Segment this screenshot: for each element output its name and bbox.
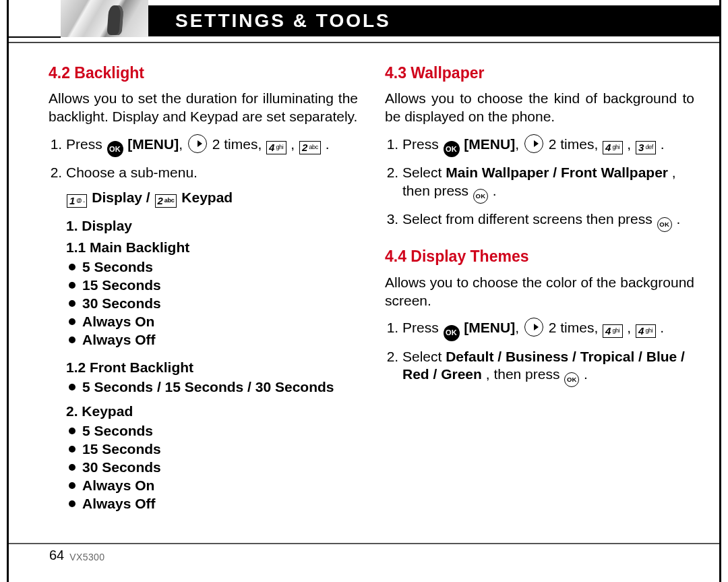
step-text: 2 times, [549,320,602,335]
keypad-2-icon: 2abc [155,194,177,208]
step-text: , then press [486,366,564,382]
menu-label: [MENU] [464,320,515,335]
section-head-wallpaper: 4.3 Wallpaper [385,63,694,83]
wallpaper-step-2: Select Main Wallpaper / Front Wallpaper … [402,164,694,204]
menu-label: [MENU] [464,136,515,152]
opt: 5 Seconds [66,422,358,440]
backlight-intro: Allows you to set the duration for illum… [49,90,358,126]
left-column: 4.2 Backlight Allows you to set the dura… [49,59,358,528]
keypad-options: 5 Seconds 15 Seconds 30 Seconds Always O… [66,422,358,513]
header: SETTINGS & TOOLS [0,0,728,46]
section-head-themes: 4.4 Display Themes [385,247,694,266]
step-text: Press [402,136,443,152]
front-backlight-head: 1.2 Front Backlight [66,359,358,377]
opt: 30 Seconds [66,295,358,313]
keypad-1-icon: 1@ . [67,194,87,208]
main-backlight-options: 5 Seconds 15 Seconds 30 Seconds Always O… [66,258,358,349]
step-text: Select from different screens then press [402,211,657,227]
keypad-4-icon: 4ghi [603,324,622,338]
wallpaper-steps: Press OK [MENU], 2 times, 4ghi , 3def . … [385,134,694,232]
keypad-head: 2. Keypad [66,403,358,421]
ok-icon: OK [657,217,672,232]
opt: Always On [66,477,358,495]
themes-steps: Press OK [MENU], 2 times, 4ghi , 4ghi . … [385,318,694,387]
submenu-text: Display / [92,190,154,205]
section-head-backlight: 4.2 Backlight [49,63,358,83]
menu-label: [MENU] [127,136,179,152]
backlight-step-1: Press OK [MENU], 2 times, 4ghi , 2abc . [66,134,358,157]
step-text: 2 times, [549,136,602,152]
step-text: 2 times, [212,136,266,152]
ok-icon: OK [564,372,579,387]
opt: 5 Seconds / 15 Seconds / 30 Seconds [66,378,358,397]
keypad-2-icon: 2abc [299,141,321,154]
header-photo [61,0,148,37]
display-sublist: 1. Display 1.1 Main Backlight 5 Seconds … [66,217,358,513]
right-column: 4.3 Wallpaper Allows you to choose the k… [385,59,694,528]
keypad-4-icon: 4ghi [266,141,286,154]
ok-icon: OK [444,141,460,157]
step-bold: Main Wallpaper / Front Wallpaper [446,165,668,180]
page-frame-left [7,0,9,582]
ok-icon: OK [473,189,488,204]
opt: 5 Seconds [66,258,358,277]
submenu-text: Keypad [181,190,233,205]
step-text: Press [402,320,443,335]
nav-right-icon [524,134,543,153]
header-rule-short [9,36,61,38]
themes-step-1: Press OK [MENU], 2 times, 4ghi , 4ghi . [402,318,694,341]
backlight-steps: Press OK [MENU], 2 times, 4ghi , 2abc . … [49,134,358,182]
opt: 30 Seconds [66,459,358,477]
wallpaper-step-3: Select from different screens then press… [402,210,694,232]
opt: 15 Seconds [66,440,358,459]
opt: Always On [66,313,358,331]
opt: Always Off [66,495,358,513]
themes-step-2: Select Default / Business / Tropical / B… [402,348,694,388]
step-text: Select [402,165,446,180]
header-rule [9,42,719,43]
model-label: VX5300 [69,552,104,562]
main-backlight-head: 1.1 Main Backlight [66,239,358,257]
themes-intro: Allows you to choose the color of the ba… [385,274,694,310]
step-text: Select [402,349,446,364]
ok-icon: OK [444,325,460,341]
keypad-3-icon: 3def [636,141,656,154]
front-backlight-options: 5 Seconds / 15 Seconds / 30 Seconds [66,378,358,397]
backlight-step-2: Choose a sub-menu. [66,164,358,182]
submenu-choices: 1@ . Display / 2abc Keypad [66,189,358,208]
opt: 15 Seconds [66,277,358,295]
page-title: SETTINGS & TOOLS [175,10,391,32]
display-head: 1. Display [66,217,358,235]
step-text: Press [66,136,107,152]
wallpaper-step-1: Press OK [MENU], 2 times, 4ghi , 3def . [402,134,694,157]
opt: Always Off [66,331,358,349]
page-title-bar: SETTINGS & TOOLS [148,5,719,36]
footer: 64 VX5300 [9,543,719,563]
page-frame-right [719,0,721,582]
keypad-4-icon: 4ghi [603,141,622,154]
page-number: 64 [49,548,64,563]
wallpaper-intro: Allows you to choose the kind of backgro… [385,90,694,126]
nav-right-icon [524,318,543,337]
ok-icon: OK [107,141,123,157]
keypad-4-icon: 4ghi [636,324,655,338]
nav-right-icon [188,134,207,153]
content-columns: 4.2 Backlight Allows you to set the dura… [49,59,694,528]
